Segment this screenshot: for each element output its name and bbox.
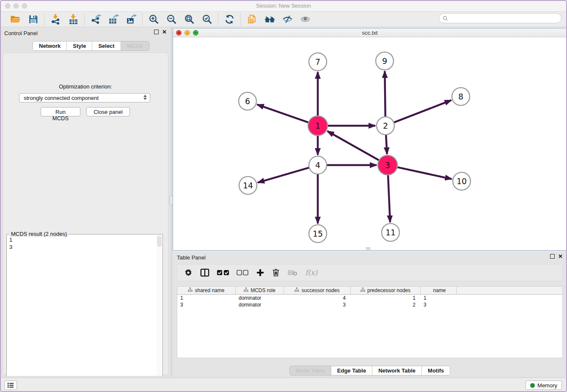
column-label: name xyxy=(433,287,446,293)
tab-style[interactable]: Style xyxy=(67,41,92,50)
delete-table-disabled-icon xyxy=(287,268,297,278)
save-session-icon[interactable] xyxy=(27,14,39,25)
table-cell[interactable]: 2 xyxy=(351,301,421,308)
table-cell[interactable]: dominator xyxy=(236,295,284,301)
status-bar: Memory xyxy=(0,378,567,392)
graph-edge-3-10[interactable] xyxy=(397,167,451,179)
close-panel-icon[interactable] xyxy=(162,30,167,34)
task-history-button[interactable] xyxy=(4,381,17,390)
refresh-view-icon[interactable] xyxy=(223,14,235,25)
horizontal-splitter-grip[interactable] xyxy=(366,247,370,250)
graph-edge-2-3[interactable] xyxy=(386,135,387,154)
column-layout-icon[interactable] xyxy=(200,268,209,278)
export-network-icon[interactable] xyxy=(90,14,102,25)
float-table-panel-icon[interactable] xyxy=(550,254,555,259)
tab-motifs[interactable]: Motifs xyxy=(422,366,450,375)
close-panel-button[interactable]: Close panel xyxy=(86,107,130,116)
graph-node-9[interactable]: 9 xyxy=(376,52,394,70)
search-icon xyxy=(443,16,448,21)
table-cell[interactable]: 3 xyxy=(421,301,457,308)
graph-node-6[interactable]: 6 xyxy=(239,92,256,110)
graph-edge-3-11[interactable] xyxy=(388,175,390,222)
show-eye-icon[interactable] xyxy=(299,14,311,25)
list-icon xyxy=(7,382,14,388)
column-header-MCDS-role[interactable]: MCDS role xyxy=(236,287,284,294)
graph-edge-2-9[interactable] xyxy=(385,71,385,117)
graph-node-4[interactable]: 4 xyxy=(309,156,327,174)
graph-node-14[interactable]: 14 xyxy=(239,177,257,194)
import-network-icon[interactable] xyxy=(50,14,61,25)
table-header-row: shared nameMCDS rolesuccessor nodesprede… xyxy=(177,287,562,295)
search-bar[interactable] xyxy=(439,13,561,23)
tab-network-table[interactable]: Network Table xyxy=(372,366,422,375)
graph-edge-2-8[interactable] xyxy=(394,100,451,123)
tab-network[interactable]: Network xyxy=(33,41,67,50)
table-row[interactable]: 1dominator411 xyxy=(177,295,562,301)
graph-node-15[interactable]: 15 xyxy=(309,225,327,243)
import-table-icon[interactable] xyxy=(67,14,79,25)
graph-edge-4-14[interactable] xyxy=(258,168,309,182)
hide-eye-icon[interactable] xyxy=(281,14,293,25)
zoom-selected-icon[interactable] xyxy=(201,14,213,25)
graph-node-10[interactable]: 10 xyxy=(453,172,471,190)
table-tabs: Node Table Edge Table Network Table Moti… xyxy=(173,366,567,375)
mcds-result-list[interactable]: 13 xyxy=(9,236,156,390)
mcds-panel: Optimization criterion: strongly connect… xyxy=(3,52,168,375)
add-column-icon[interactable] xyxy=(256,268,264,278)
graph-node-7[interactable]: 7 xyxy=(309,53,327,71)
criterion-dropdown[interactable]: strongly connected component xyxy=(19,93,150,102)
search-input[interactable] xyxy=(450,15,556,21)
table-cell[interactable]: 1 xyxy=(351,295,421,301)
optimization-criterion-label: Optimization criterion: xyxy=(3,83,168,90)
tab-edge-table[interactable]: Edge Table xyxy=(331,366,372,375)
sort-hierarchy-icon xyxy=(295,287,299,293)
column-header-name[interactable]: name xyxy=(421,287,457,294)
table-cell[interactable]: 4 xyxy=(284,295,351,301)
open-session-icon[interactable] xyxy=(9,14,21,25)
graph-node-8[interactable]: 8 xyxy=(452,88,470,105)
app-title: Session: New Session xyxy=(0,3,567,9)
zoom-out-icon[interactable] xyxy=(165,14,177,25)
svg-text:9: 9 xyxy=(382,56,387,66)
export-image-icon[interactable] xyxy=(125,14,137,25)
select-all-checked-icon[interactable] xyxy=(217,268,229,278)
run-mcds-button[interactable]: Run MCDS xyxy=(41,107,80,116)
tab-select[interactable]: Select xyxy=(92,41,121,50)
graph-edge-1-6[interactable] xyxy=(257,105,309,122)
svg-text:6: 6 xyxy=(245,97,250,106)
network-share-document-icon[interactable] xyxy=(246,14,258,25)
result-scrollbar[interactable] xyxy=(157,235,162,391)
mcds-result-box: MCDS result (2 nodes) 13 xyxy=(6,234,163,392)
zoom-in-icon[interactable] xyxy=(148,14,160,25)
graph-node-2[interactable]: 2 xyxy=(377,117,394,135)
memory-button[interactable]: Memory xyxy=(526,381,562,390)
network-canvas[interactable]: 7968124314101511 xyxy=(173,37,567,250)
export-table-icon[interactable] xyxy=(107,14,119,25)
table-cell[interactable]: 3 xyxy=(284,301,351,308)
column-label: predecessor nodes xyxy=(367,287,410,293)
graph-node-1[interactable]: 1 xyxy=(308,116,328,135)
column-header-predecessor-nodes[interactable]: predecessor nodes xyxy=(351,287,421,294)
float-panel-icon[interactable] xyxy=(154,30,159,34)
table-cell[interactable]: 1 xyxy=(421,295,457,301)
table-cell[interactable]: 3 xyxy=(177,301,236,308)
column-header-successor-nodes[interactable]: successor nodes xyxy=(284,287,351,294)
tab-mcds[interactable]: MCDS xyxy=(121,41,149,50)
graph-node-11[interactable]: 11 xyxy=(382,224,399,241)
network-window-titlebar[interactable]: ✕ − ＋ scc.txt xyxy=(173,28,567,37)
graph-edge-3-1[interactable] xyxy=(328,131,379,160)
zoom-fit-icon[interactable] xyxy=(183,14,195,25)
delete-column-icon[interactable] xyxy=(272,268,280,278)
control-panel-tabs: Network Style Select MCDS xyxy=(33,41,149,51)
tab-node-table[interactable]: Node Table xyxy=(290,366,331,375)
home-layout-icon[interactable] xyxy=(264,14,275,25)
close-table-panel-icon[interactable] xyxy=(558,254,563,259)
deselect-all-icon[interactable] xyxy=(237,268,248,278)
table-cell[interactable]: dominator xyxy=(236,301,284,308)
table-cell[interactable]: 1 xyxy=(177,295,236,301)
graph-node-3[interactable]: 3 xyxy=(378,155,397,175)
settings-gear-icon[interactable] xyxy=(184,268,193,278)
control-panel: Control Panel Network Style Select MCDS … xyxy=(0,27,171,378)
column-header-shared-name[interactable]: shared name xyxy=(177,287,236,294)
table-row[interactable]: 3dominator323 xyxy=(177,301,562,308)
